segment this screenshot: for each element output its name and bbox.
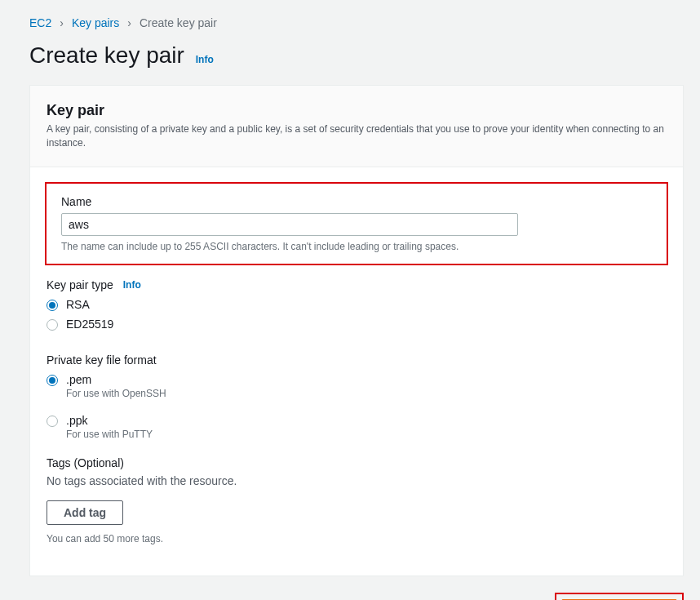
key-pair-type-group: RSA ED25519: [47, 298, 667, 331]
radio-ed25519[interactable]: ED25519: [47, 318, 667, 331]
radio-label: .pem: [66, 373, 166, 386]
panel-header: Key pair A key pair, consisting of a pri…: [30, 86, 683, 167]
tags-hint: You can add 50 more tags.: [47, 533, 667, 544]
breadcrumb-root[interactable]: EC2: [29, 16, 51, 29]
radio-desc: For use with OpenSSH: [66, 388, 166, 399]
radio-ppk[interactable]: .ppk For use with PuTTY: [47, 414, 667, 440]
radio-pem[interactable]: .pem For use with OpenSSH: [47, 373, 667, 399]
radio-icon: [47, 416, 58, 427]
breadcrumb: EC2 › Key pairs › Create key pair: [29, 16, 684, 29]
radio-desc: For use with PuTTY: [66, 429, 153, 440]
tags-label: Tags (Optional): [47, 456, 667, 469]
radio-label: ED25519: [66, 318, 113, 331]
breadcrumb-parent[interactable]: Key pairs: [72, 16, 119, 29]
add-tag-button[interactable]: Add tag: [47, 500, 123, 525]
radio-label: RSA: [66, 298, 90, 311]
chevron-right-icon: ›: [60, 16, 64, 29]
tags-empty-text: No tags associated with the resource.: [47, 474, 667, 487]
radio-icon: [47, 300, 58, 311]
info-link[interactable]: Info: [196, 54, 214, 65]
panel-description: A key pair, consisting of a private key …: [47, 122, 667, 150]
file-format-group: .pem For use with OpenSSH .ppk For use w…: [47, 373, 667, 440]
radio-label: .ppk: [66, 414, 153, 427]
radio-icon: [47, 319, 58, 331]
radio-icon: [47, 375, 58, 386]
breadcrumb-current: Create key pair: [140, 16, 217, 29]
radio-rsa[interactable]: RSA: [47, 298, 667, 311]
footer-actions: Cancel Create key pair: [29, 593, 684, 600]
panel-title: Key pair: [47, 102, 667, 119]
chevron-right-icon: ›: [127, 16, 131, 29]
create-button-highlight: Create key pair: [555, 593, 684, 600]
name-input[interactable]: [61, 213, 518, 236]
file-format-label: Private key file format: [47, 353, 667, 367]
key-pair-panel: Key pair A key pair, consisting of a pri…: [29, 85, 684, 576]
name-label: Name: [61, 195, 652, 208]
name-section-highlight: Name The name can include up to 255 ASCI…: [45, 182, 668, 265]
info-link[interactable]: Info: [123, 279, 141, 291]
key-pair-type-label: Key pair type: [47, 278, 113, 291]
name-hint: The name can include up to 255 ASCII cha…: [61, 241, 652, 252]
page-title: Create key pair: [29, 42, 184, 69]
